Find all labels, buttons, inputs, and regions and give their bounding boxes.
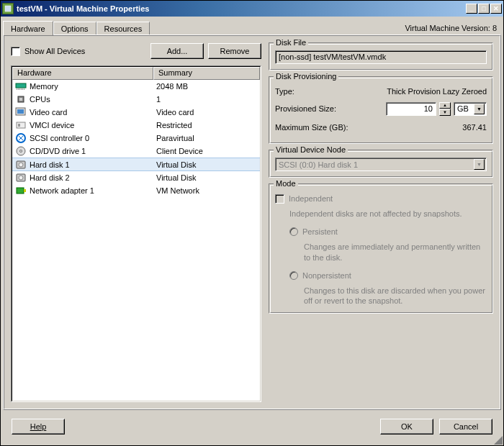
disk-provisioning-group-label: Disk Provisioning xyxy=(274,72,338,81)
hardware-row[interactable]: Video cardVideo card xyxy=(12,106,260,119)
size-unit-select[interactable]: GB ▼ xyxy=(454,102,487,116)
tab-hardware[interactable]: Hardware xyxy=(3,21,53,35)
hardware-name: SCSI controller 0 xyxy=(30,134,89,142)
add-button[interactable]: Add... xyxy=(150,43,204,59)
cancel-button[interactable]: Cancel xyxy=(439,419,492,434)
tab-bar: Hardware Options Resources Virtual Machi… xyxy=(3,19,501,35)
help-button[interactable]: Help xyxy=(12,419,65,434)
svg-rect-13 xyxy=(18,124,20,127)
hardware-name: Network adapter 1 xyxy=(30,186,94,195)
nonpersistent-label: Nonpersistent xyxy=(302,271,351,280)
hardware-name: Hard disk 2 xyxy=(30,173,70,182)
hardware-name: Video card xyxy=(30,108,67,117)
svg-rect-4 xyxy=(19,88,20,90)
svg-point-16 xyxy=(20,150,22,153)
vnode-select: SCSI (0:0) Hard disk 1 ▼ xyxy=(275,158,487,171)
tab-options[interactable]: Options xyxy=(53,22,96,35)
size-down-button[interactable]: ▼ xyxy=(439,109,451,116)
svg-rect-0 xyxy=(5,6,11,12)
hardware-name: VMCI device xyxy=(30,121,74,129)
size-unit-value: GB xyxy=(457,104,469,113)
svg-rect-21 xyxy=(17,188,24,194)
svg-rect-5 xyxy=(21,88,22,90)
hardware-list: Hardware Summary Memory2048 MBCPUs1Video… xyxy=(11,65,261,402)
disk-provisioning-group: Disk Provisioning Type: Thick Provision … xyxy=(269,76,493,144)
independent-desc: Independent disks are not affected by sn… xyxy=(289,209,487,219)
svg-rect-6 xyxy=(22,88,23,90)
titlebar: testVM - Virtual Machine Properties _ □ … xyxy=(1,1,503,17)
vnode-value: SCSI (0:0) Hard disk 1 xyxy=(279,160,358,169)
persistent-desc: Changes are immediately and permanently … xyxy=(304,242,487,263)
vm-version-label: Virtual Machine Version: 8 xyxy=(400,22,501,35)
max-size-value: 367.41 xyxy=(462,123,487,132)
video-icon xyxy=(15,106,27,118)
hardware-summary: VM Network xyxy=(156,186,199,195)
vnode-group-label: Virtual Device Node xyxy=(274,145,348,154)
hardware-row[interactable]: Network adapter 1VM Network xyxy=(12,184,260,197)
hardware-summary: Virtual Disk xyxy=(156,173,196,182)
remove-button[interactable]: Remove xyxy=(208,43,261,59)
hardware-name: Memory xyxy=(30,82,58,91)
hardware-summary: Paravirtual xyxy=(156,134,194,142)
tab-resources[interactable]: Resources xyxy=(96,22,150,35)
svg-rect-12 xyxy=(17,122,25,128)
disk-file-group-label: Disk File xyxy=(274,38,308,47)
nonpersistent-radio xyxy=(289,271,298,280)
dialog-button-bar: Help OK Cancel xyxy=(3,410,501,443)
svg-rect-11 xyxy=(17,109,24,114)
hardware-summary: Restricted xyxy=(156,121,192,129)
persistent-label: Persistent xyxy=(302,227,338,236)
hardware-row[interactable]: Hard disk 2Virtual Disk xyxy=(12,171,260,184)
independent-checkbox xyxy=(275,194,284,204)
disk-icon xyxy=(15,159,27,170)
mode-group: Mode Independent Independent disks are n… xyxy=(269,183,493,314)
minimize-button[interactable]: _ xyxy=(466,4,477,14)
hardware-summary: Virtual Disk xyxy=(156,160,196,169)
persistent-radio xyxy=(289,227,298,236)
show-all-devices-label: Show All Devices xyxy=(24,47,85,55)
scsi-icon xyxy=(15,132,27,144)
col-hardware[interactable]: Hardware xyxy=(12,67,153,80)
type-value: Thick Provision Lazy Zeroed xyxy=(387,87,487,96)
chevron-down-icon: ▼ xyxy=(474,159,485,170)
hardware-row[interactable]: Memory2048 MB xyxy=(12,80,260,93)
hardware-row[interactable]: SCSI controller 0Paravirtual xyxy=(12,132,260,145)
vm-properties-window: testVM - Virtual Machine Properties _ □ … xyxy=(0,0,504,446)
show-all-devices-checkbox[interactable] xyxy=(11,47,20,56)
memory-icon xyxy=(15,81,27,92)
maximize-button[interactable]: □ xyxy=(478,4,490,14)
type-label: Type: xyxy=(275,87,376,96)
disk-icon xyxy=(15,172,27,183)
cd-icon xyxy=(15,145,27,157)
svg-rect-3 xyxy=(18,88,19,90)
resize-grip-icon[interactable] xyxy=(492,434,503,445)
virtual-device-node-group: Virtual Device Node SCSI (0:0) Hard disk… xyxy=(269,150,493,178)
hardware-summary: Client Device xyxy=(156,147,203,155)
hardware-row[interactable]: CPUs1 xyxy=(12,93,260,106)
hardware-row[interactable]: VMCI deviceRestricted xyxy=(12,119,260,132)
svg-rect-9 xyxy=(19,98,22,101)
hardware-row[interactable]: CD/DVD drive 1Client Device xyxy=(12,145,260,158)
close-button[interactable]: ✕ xyxy=(490,4,502,14)
size-up-button[interactable]: ▲ xyxy=(439,102,451,109)
disk-file-field: [non-ssd] testVM/testVM.vmdk xyxy=(275,50,487,64)
independent-label: Independent xyxy=(289,194,333,203)
svg-point-18 xyxy=(19,163,23,167)
hardware-summary: 1 xyxy=(156,95,161,104)
provisioned-size-label: Provisioned Size: xyxy=(275,104,376,113)
provisioned-size-input[interactable] xyxy=(386,102,436,116)
svg-point-20 xyxy=(19,176,23,180)
max-size-label: Maximum Size (GB): xyxy=(275,123,376,132)
hardware-summary: 2048 MB xyxy=(156,82,188,91)
svg-rect-2 xyxy=(17,88,17,90)
chevron-down-icon[interactable]: ▼ xyxy=(474,104,485,114)
hardware-row[interactable]: Hard disk 1Virtual Disk xyxy=(12,158,260,171)
col-summary[interactable]: Summary xyxy=(153,67,260,80)
window-title: testVM - Virtual Machine Properties xyxy=(17,4,149,13)
hardware-summary: Video card xyxy=(156,108,194,117)
svg-rect-22 xyxy=(24,189,26,192)
nonpersistent-desc: Changes to this disk are discarded when … xyxy=(304,286,487,306)
vmci-icon xyxy=(15,119,27,131)
ok-button[interactable]: OK xyxy=(380,419,433,434)
hardware-name: CPUs xyxy=(30,95,50,104)
